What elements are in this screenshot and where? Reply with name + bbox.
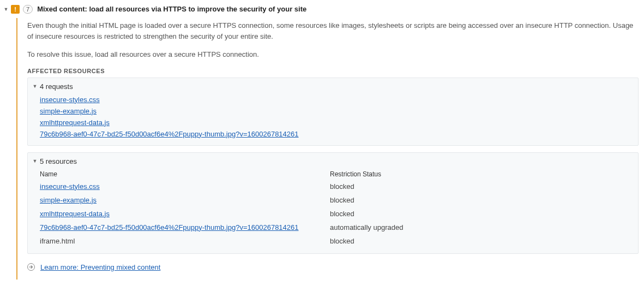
chevron-down-icon[interactable]: ▼ (3, 7, 9, 12)
resource-status: blocked (330, 237, 634, 245)
requests-count-label: 4 requests (40, 82, 73, 91)
resource-status: blocked (330, 196, 634, 204)
request-link[interactable]: 79c6b968-aef0-47c7-bd25-f50d00acf6e4%2Fp… (40, 128, 299, 140)
table-row: insecure-styles.css blocked (40, 180, 634, 193)
chevron-down-icon[interactable]: ▼ (32, 84, 38, 89)
learn-more-link[interactable]: Learn more: Preventing mixed content (40, 262, 160, 273)
resource-status: blocked (330, 182, 634, 191)
learn-more-row: Learn more: Preventing mixed content (27, 262, 639, 273)
issue-count-badge: 7 (23, 5, 33, 14)
issue-title: Mixed content: load all resources via HT… (37, 5, 306, 13)
resource-link[interactable]: xmlhttprequest-data.js (40, 208, 110, 219)
col-name: Name (40, 170, 330, 178)
requests-list: insecure-styles.css simple-example.js xm… (32, 94, 634, 140)
arrow-circle-icon (27, 263, 35, 271)
table-row: 79c6b968-aef0-47c7-bd25-f50d00acf6e4%2Fp… (40, 221, 634, 234)
chevron-down-icon[interactable]: ▼ (32, 158, 38, 164)
affected-resources-label: AFFECTED RESOURCES (27, 68, 639, 74)
issue-details: Even though the initial HTML page is loa… (16, 18, 644, 280)
issue-header-row: ▼ ! 7 Mixed content: load all resources … (0, 0, 644, 18)
resources-group-header[interactable]: ▼ 5 resources (32, 156, 634, 169)
issue-description-1: Even though the initial HTML page is loa… (27, 20, 638, 41)
resource-status: blocked (330, 210, 634, 218)
request-link[interactable]: simple-example.js (40, 105, 97, 117)
resource-link[interactable]: simple-example.js (40, 194, 97, 206)
table-row: iframe.html blocked (40, 234, 634, 248)
table-row: simple-example.js blocked (40, 193, 634, 207)
request-link[interactable]: insecure-styles.css (40, 94, 100, 105)
table-row: xmlhttprequest-data.js blocked (40, 207, 634, 221)
resources-table-head: Name Restriction Status (40, 169, 634, 180)
resources-table: Name Restriction Status insecure-styles.… (32, 169, 634, 248)
request-link[interactable]: xmlhttprequest-data.js (40, 117, 110, 128)
issue-description-2: To resolve this issue, load all resource… (27, 49, 638, 60)
warning-icon: ! (11, 5, 20, 14)
requests-group: ▼ 4 requests insecure-styles.css simple-… (27, 78, 639, 146)
requests-group-header[interactable]: ▼ 4 requests (32, 81, 634, 94)
resources-group: ▼ 5 resources Name Restriction Status in… (27, 152, 639, 254)
col-status: Restriction Status (330, 170, 634, 178)
resource-link[interactable]: 79c6b968-aef0-47c7-bd25-f50d00acf6e4%2Fp… (40, 222, 299, 233)
resource-status: automatically upgraded (330, 223, 634, 231)
resource-name: iframe.html (40, 235, 75, 247)
resource-link[interactable]: insecure-styles.css (40, 181, 100, 192)
resources-count-label: 5 resources (40, 157, 77, 165)
